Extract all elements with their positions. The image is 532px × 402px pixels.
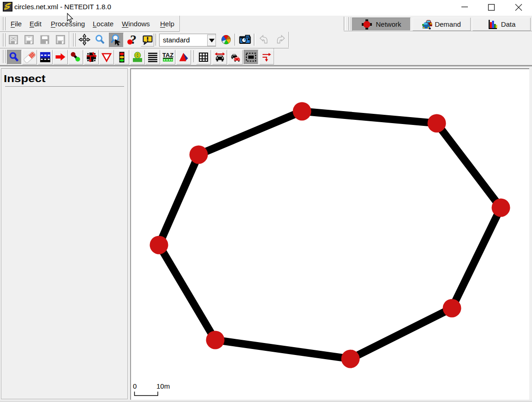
svg-text:10m: 10m <box>156 382 170 390</box>
svg-text:H: H <box>136 53 139 58</box>
svg-text:0: 0 <box>133 382 137 390</box>
svg-text:TAZ: TAZ <box>162 52 173 59</box>
